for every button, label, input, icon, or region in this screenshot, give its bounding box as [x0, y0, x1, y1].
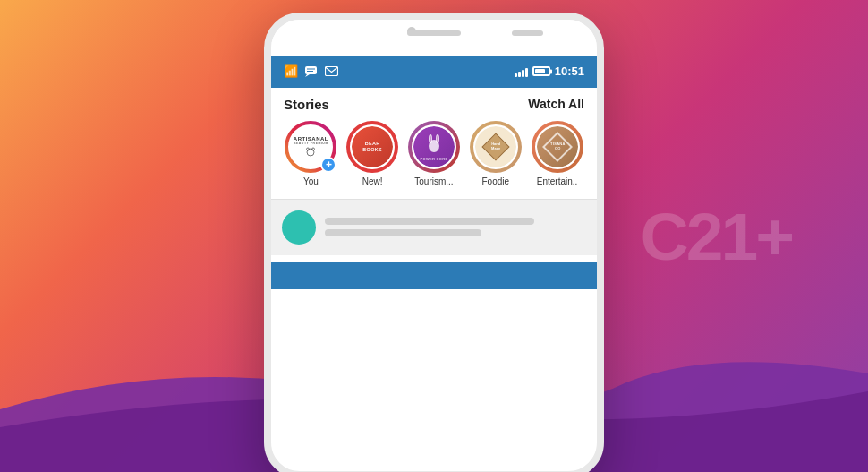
tisana-text: TISANACO [549, 142, 565, 151]
story-ring-entertainment: TISANACO [532, 121, 583, 173]
story-item-foodie[interactable]: HandMade Foodie [468, 121, 523, 186]
rabbit-icon [421, 132, 447, 157]
story-inner-new: BEAR BOOKS [350, 124, 395, 169]
status-right: 10:51 [515, 64, 584, 78]
post-line-medium [325, 229, 481, 236]
battery-icon [532, 66, 550, 76]
story-inner-foodie: HandMade [473, 124, 518, 169]
story-inner-entertainment: TISANACO [535, 124, 580, 169]
phone-sensor [512, 30, 543, 36]
tisana-logo: TISANACO [537, 126, 578, 167]
powercore-text: POWER CORE [421, 132, 448, 162]
tisana-diamond: TISANACO [542, 132, 573, 162]
story-label-foodie: Foodie [482, 176, 510, 186]
story-ring-tourism: POWER CORE [408, 121, 460, 173]
post-avatar-1 [282, 210, 316, 245]
bearbooks-text: BEAR BOOKS [362, 141, 382, 152]
foodie-logo: HandMade [475, 126, 516, 167]
stories-section: Stories Watch All ARTISANAL BEAUTY PREMI… [271, 88, 597, 199]
story-avatar-new: BEAR BOOKS [346, 121, 398, 173]
tisana-content: TISANACO [547, 136, 568, 158]
story-avatar-foodie: HandMade [470, 121, 522, 173]
story-ring-new: BEAR BOOKS [346, 121, 398, 173]
story-inner-tourism: POWER CORE [412, 124, 456, 169]
watch-all-button[interactable]: Watch All [528, 97, 584, 111]
feed-area [271, 200, 597, 255]
foodie-inner-text: HandMade [491, 142, 500, 151]
wifi-icon: 📶 [284, 64, 298, 78]
phone-top [271, 20, 597, 56]
stories-list: ARTISANAL BEAUTY PREMIUM [284, 121, 584, 186]
story-avatar-tourism: POWER CORE [408, 121, 460, 173]
foodie-content: HandMade [486, 137, 506, 157]
stories-header: Stories Watch All [284, 97, 584, 112]
svg-rect-0 [305, 66, 317, 74]
email-icon [325, 66, 338, 76]
battery-fill [535, 69, 545, 73]
add-story-button[interactable]: + [320, 157, 336, 173]
svg-marker-1 [305, 74, 310, 77]
story-item-you[interactable]: ARTISANAL BEAUTY PREMIUM [284, 121, 338, 186]
blue-banner [271, 262, 597, 289]
story-ring-foodie: HandMade [470, 121, 522, 173]
status-icons: 📶 [284, 64, 338, 78]
signal-bars [515, 66, 528, 77]
post-line-long [325, 218, 534, 225]
side-decoration: C21+ [641, 198, 792, 275]
svg-point-11 [430, 135, 431, 142]
powercore-logo: POWER CORE [413, 126, 455, 167]
story-label-entertainment: Entertain.. [537, 176, 578, 186]
story-item-tourism[interactable]: POWER CORE Tourism... [407, 121, 462, 186]
post-lines-1 [325, 218, 586, 236]
story-item-entertainment[interactable]: TISANACO Entertain.. [530, 121, 584, 186]
story-avatar-entertainment: TISANACO [532, 121, 583, 173]
story-label-you: You [303, 176, 319, 186]
story-item-new[interactable]: BEAR BOOKS New! [345, 121, 400, 186]
story-label-tourism: Tourism... [414, 176, 453, 186]
bearbooks-logo: BEAR BOOKS [352, 126, 393, 167]
chat-icon [305, 66, 318, 77]
story-label-new: New! [362, 176, 383, 186]
artisanal-animal-icon [303, 145, 318, 158]
status-time: 10:51 [555, 64, 584, 78]
stories-title: Stories [284, 97, 329, 112]
feed-post-1 [282, 210, 586, 245]
phone-frame: 📶 [264, 0, 604, 472]
svg-point-12 [437, 135, 438, 142]
phone-speaker [407, 30, 461, 36]
story-avatar-you: ARTISANAL BEAUTY PREMIUM [285, 121, 336, 173]
artisanal-logo: ARTISANAL BEAUTY PREMIUM [294, 136, 328, 158]
status-bar: 📶 [271, 56, 597, 88]
svg-point-5 [307, 149, 314, 156]
foodie-diamond: HandMade [481, 133, 509, 160]
